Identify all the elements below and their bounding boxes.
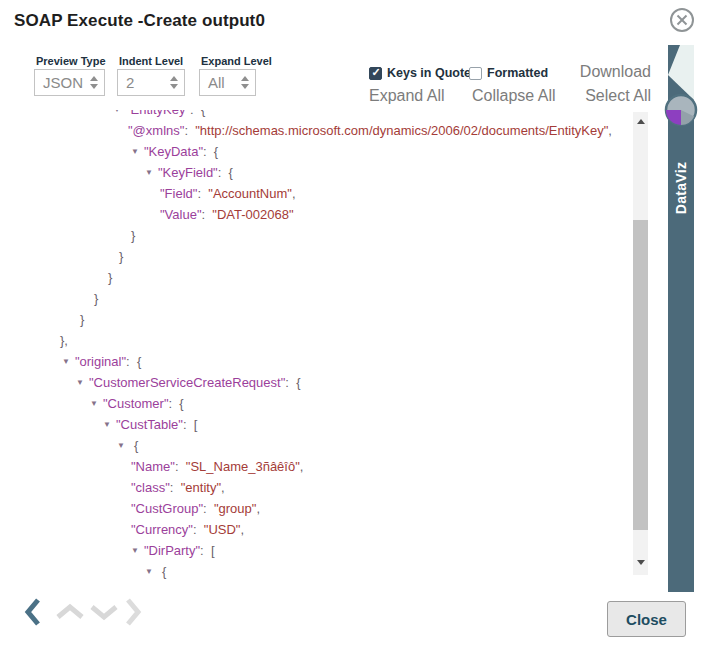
json-punctuation: : <box>183 417 194 432</box>
json-row: ▼{ <box>55 435 632 456</box>
json-value: "group" <box>214 501 256 516</box>
json-punctuation: } <box>80 312 84 327</box>
json-key: "Customer" <box>103 396 169 411</box>
json-punctuation: } <box>94 291 98 306</box>
json-key: "DirParty" <box>144 543 200 558</box>
nav-prev-button[interactable] <box>24 597 42 627</box>
json-punctuation: [ <box>211 543 215 558</box>
preview-type-select[interactable]: JSON <box>34 69 105 96</box>
json-row: "Currency": "USD", <box>55 519 632 540</box>
json-key: "@xmlns" <box>128 123 184 138</box>
json-punctuation: } <box>131 228 135 243</box>
spinner-icon <box>170 76 178 89</box>
json-key: "KeyData" <box>144 144 203 159</box>
json-row: ▼"CustomerServiceCreateRequest": { <box>55 372 632 393</box>
checkbox-checked-icon[interactable] <box>369 67 382 80</box>
tree-toggle-icon[interactable]: ▼ <box>90 393 98 414</box>
indent-level-select[interactable]: 2 <box>117 69 185 96</box>
json-key: "class" <box>131 480 170 495</box>
json-punctuation: : <box>203 144 214 159</box>
scrollbar-thumb[interactable] <box>633 220 648 530</box>
nav-up-button[interactable] <box>55 603 85 621</box>
formatted-label: Formatted <box>487 66 548 80</box>
chevron-right-icon <box>124 597 142 627</box>
indent-level-label: Indent Level <box>119 55 185 67</box>
json-punctuation: { <box>296 375 300 390</box>
tree-toggle-icon[interactable]: ▼ <box>117 435 125 456</box>
tree-toggle-icon[interactable]: ▼ <box>76 372 84 393</box>
page-title: SOAP Execute -Create output0 <box>14 11 265 31</box>
json-punctuation: { <box>229 165 233 180</box>
tree-toggle-icon[interactable]: ▼ <box>131 141 139 162</box>
preview-type-value: JSON <box>43 74 83 91</box>
json-punctuation: } <box>108 270 112 285</box>
json-punctuation: } <box>119 249 123 264</box>
json-punctuation: , <box>256 501 260 516</box>
json-punctuation: : <box>170 480 181 495</box>
json-punctuation: : <box>184 123 195 138</box>
json-key: "original" <box>75 354 126 369</box>
close-icon[interactable] <box>668 6 696 34</box>
json-row: ▼"original": { <box>55 351 632 372</box>
spinner-icon <box>90 76 98 89</box>
json-key: "Value" <box>160 207 202 222</box>
keys-in-quotes-checkbox[interactable]: Keys in Quotes <box>369 66 478 80</box>
json-value: "SL_Name_3ñâêîô" <box>186 459 300 474</box>
json-punctuation: : <box>175 459 186 474</box>
json-punctuation: , <box>300 459 304 474</box>
tree-toggle-icon[interactable]: ▼ <box>145 162 153 183</box>
json-row: }, <box>55 330 632 351</box>
expand-level-label: Expand Level <box>201 55 272 67</box>
close-button[interactable]: Close <box>607 601 686 637</box>
json-row: } <box>55 288 632 309</box>
json-punctuation: , <box>292 186 296 201</box>
expand-all-link[interactable]: Expand All <box>369 87 445 105</box>
nav-down-button[interactable] <box>89 603 119 621</box>
json-punctuation: { <box>201 110 205 117</box>
json-row: "Field": "AccountNum", <box>55 183 632 204</box>
spinner-icon <box>241 76 249 89</box>
json-row: ▼"Customer": { <box>55 393 632 414</box>
scrollbar-down-icon[interactable] <box>637 560 645 565</box>
collapse-all-link[interactable]: Collapse All <box>472 87 556 105</box>
select-all-link[interactable]: Select All <box>585 87 651 105</box>
scrollbar-up-icon[interactable] <box>637 119 645 124</box>
dataviz-label: DataViz <box>673 161 689 213</box>
json-key: "CustTable" <box>116 417 183 432</box>
download-link[interactable]: Download <box>580 63 651 81</box>
tree-toggle-icon[interactable]: ▼ <box>145 561 153 582</box>
json-row: } <box>55 267 632 288</box>
preview-type-label: Preview Type <box>36 55 106 67</box>
json-row: ▼{ <box>55 561 632 582</box>
checkbox-unchecked-icon[interactable] <box>469 67 482 80</box>
json-punctuation: }, <box>60 333 68 348</box>
tree-toggle-icon[interactable]: ▼ <box>113 110 121 120</box>
json-row: } <box>55 246 632 267</box>
json-row: ▼"CustTable": [ <box>55 414 632 435</box>
keys-in-quotes-label: Keys in Quotes <box>387 66 478 80</box>
json-row: "@xmlns": "http://schemas.microsoft.com/… <box>55 120 632 141</box>
json-key: "CustomerServiceCreateRequest" <box>89 375 285 390</box>
json-punctuation: : <box>285 375 296 390</box>
dataviz-tab[interactable]: DataViz <box>668 45 694 592</box>
json-row: "Value": "DAT-002068" <box>55 204 632 225</box>
scrollbar[interactable] <box>633 112 648 575</box>
json-row: } <box>55 225 632 246</box>
json-punctuation: : <box>203 501 214 516</box>
json-value: "DAT-002068" <box>212 207 293 222</box>
json-row: ▼"DirParty": [ <box>55 540 632 561</box>
chevron-up-icon <box>55 603 85 621</box>
nav-next-button[interactable] <box>124 597 142 627</box>
json-row: ▼"EntityKey": { <box>55 110 632 120</box>
json-key: "Currency" <box>131 522 193 537</box>
formatted-checkbox[interactable]: Formatted <box>469 66 548 80</box>
json-tree: ▼"EntityKey": {"@xmlns": "http://schemas… <box>55 110 632 588</box>
tree-toggle-icon[interactable]: ▼ <box>62 351 70 372</box>
json-punctuation: { <box>162 564 166 579</box>
expand-level-select[interactable]: All <box>199 69 256 96</box>
tree-toggle-icon[interactable]: ▼ <box>131 540 139 561</box>
json-punctuation: , <box>608 123 612 138</box>
json-punctuation: { <box>134 438 138 453</box>
tree-toggle-icon[interactable]: ▼ <box>103 414 111 435</box>
json-row: ▼"KeyField": { <box>55 162 632 183</box>
